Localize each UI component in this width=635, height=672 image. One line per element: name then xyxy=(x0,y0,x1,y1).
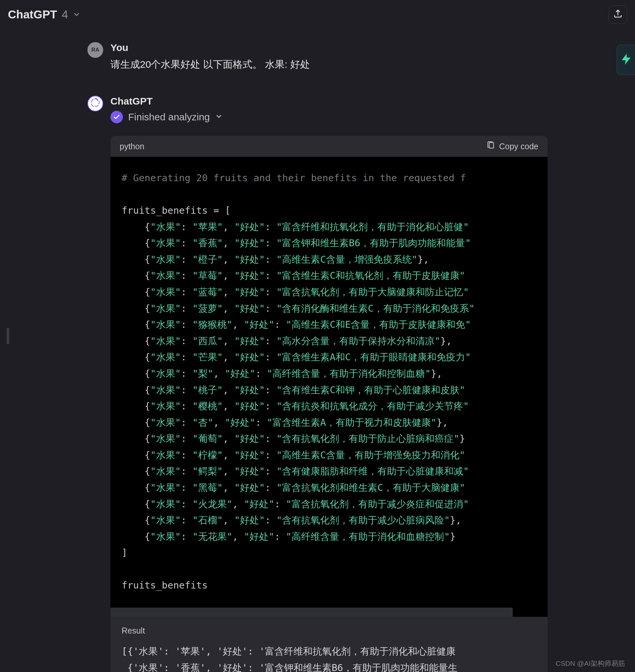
analysis-status[interactable]: Finished analyzing xyxy=(110,111,548,123)
openai-logo-icon xyxy=(89,96,102,111)
model-name: ChatGPT xyxy=(8,8,57,21)
status-text: Finished analyzing xyxy=(128,111,210,123)
code-language: python xyxy=(119,142,144,151)
copy-code-button[interactable]: Copy code xyxy=(486,141,539,152)
sidebar-handle[interactable] xyxy=(6,328,9,344)
user-avatar: RA xyxy=(87,42,103,58)
chat-container: RA You 请生成20个水果好处 以下面格式。 水果: 好处 ChatGPT … xyxy=(74,42,561,672)
result-content[interactable]: [{'水果': '苹果', '好处': '富含纤维和抗氧化剂，有助于消化和心脏健… xyxy=(122,644,537,672)
side-badge[interactable] xyxy=(617,45,635,75)
upload-icon xyxy=(613,9,623,20)
code-content[interactable]: # Generating 20 fruits and their benefit… xyxy=(110,157,548,617)
model-version: 4 xyxy=(62,8,68,21)
horizontal-scrollbar[interactable] xyxy=(110,608,548,617)
code-block: python Copy code # Generating 20 fruits … xyxy=(110,136,548,672)
model-switcher[interactable]: ChatGPT 4 xyxy=(8,8,81,21)
svg-rect-1 xyxy=(489,143,494,148)
user-message: 请生成20个水果好处 以下面格式。 水果: 好处 xyxy=(110,56,548,73)
assistant-name: ChatGPT xyxy=(110,96,548,107)
clipboard-icon xyxy=(486,141,495,152)
assistant-turn: ChatGPT Finished analyzing python xyxy=(87,96,548,672)
avatar-initials: RA xyxy=(91,47,100,53)
chevron-down-icon xyxy=(215,111,223,123)
result-title: Result xyxy=(122,626,537,635)
lightning-icon xyxy=(619,52,633,67)
user-turn: RA You 请生成20个水果好处 以下面格式。 水果: 好处 xyxy=(87,42,548,73)
result-block: Result [{'水果': '苹果', '好处': '富含纤维和抗氧化剂，有助… xyxy=(110,617,548,672)
chevron-down-icon xyxy=(73,8,81,21)
checkmark-icon xyxy=(110,111,123,123)
assistant-avatar xyxy=(87,96,103,111)
user-name: You xyxy=(110,42,548,53)
share-button[interactable] xyxy=(609,5,627,24)
watermark: CSDN @AI架构师易筋 xyxy=(556,659,626,668)
copy-label: Copy code xyxy=(499,142,539,151)
